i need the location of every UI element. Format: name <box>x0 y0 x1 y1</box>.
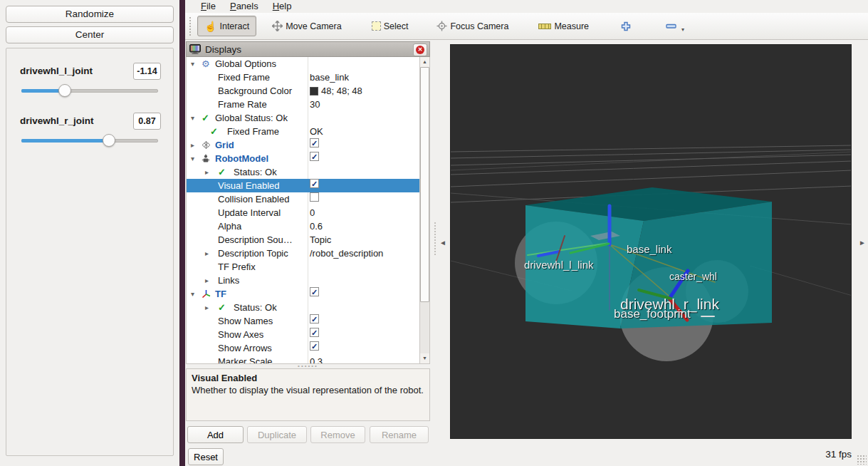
expander-open-icon[interactable]: ▾ <box>191 57 194 71</box>
displays-panel-header[interactable]: Displays ✕ <box>186 41 430 57</box>
tree-item-value[interactable]: Topic <box>310 233 418 247</box>
tree-row[interactable]: Frame Rate30 <box>187 98 419 111</box>
move-camera-tool-button[interactable]: Move Camera <box>265 16 349 36</box>
randomize-button[interactable]: Randomize <box>6 6 174 23</box>
tree-item-value[interactable]: ✓ <box>310 314 418 323</box>
expander-open-icon[interactable]: ▾ <box>191 111 194 125</box>
expander-closed-icon[interactable]: ▸ <box>205 274 209 287</box>
tree-row[interactable]: Show Axes✓ <box>187 328 419 341</box>
color-swatch <box>310 87 318 95</box>
joint-value-field[interactable]: 0.87 <box>133 113 161 130</box>
tree-row[interactable]: ▾⚙Global Options <box>187 57 419 71</box>
expander-closed-icon[interactable]: ▸ <box>191 138 194 152</box>
checkbox-checked[interactable]: ✓ <box>310 314 319 323</box>
tree-row[interactable]: Visual Enabled✓ <box>187 179 419 192</box>
checkbox-checked[interactable]: ✓ <box>310 138 319 147</box>
help-text: Whether to display the visual representa… <box>192 385 424 395</box>
interact-tool-button[interactable]: ☝ Interact <box>197 16 256 36</box>
tree-row[interactable]: TF Prefix <box>187 260 419 274</box>
rename-display-button[interactable]: Rename <box>370 426 429 443</box>
chevron-down-icon[interactable]: ▾ <box>681 26 684 33</box>
remove-tool-button[interactable]: ▾ <box>659 16 691 36</box>
center-button[interactable]: Center <box>6 26 174 43</box>
focus-camera-tool-button[interactable]: Focus Camera <box>429 16 516 36</box>
measure-tool-button[interactable]: Measure <box>531 16 596 36</box>
tree-item-value[interactable]: ✓ <box>310 287 418 296</box>
expander-open-icon[interactable]: ▾ <box>191 152 194 165</box>
slider-handle[interactable] <box>103 134 115 147</box>
tree-item-value[interactable]: OK <box>310 125 418 138</box>
window-resize-grip[interactable] <box>857 455 867 465</box>
checkbox-checked[interactable]: ✓ <box>310 287 319 296</box>
checkbox-checked[interactable]: ✓ <box>310 152 319 161</box>
duplicate-display-button[interactable]: Duplicate <box>247 426 307 443</box>
tree-row[interactable]: ▾✓Global Status: Ok <box>187 111 419 125</box>
tree-item-value[interactable]: 48; 48; 48 <box>310 84 418 98</box>
joint-slider[interactable] <box>21 134 158 147</box>
scroll-down-button[interactable]: ▼ <box>420 353 429 363</box>
expander-closed-icon[interactable]: ▸ <box>205 301 209 314</box>
tree-item-label: Show Axes <box>218 328 263 341</box>
add-display-button[interactable]: Add <box>187 426 244 443</box>
menu-help[interactable]: Help <box>266 0 299 13</box>
joint-value-field[interactable]: -1.14 <box>133 63 161 80</box>
expander-closed-icon[interactable]: ▸ <box>205 247 209 260</box>
checkbox-checked[interactable]: ✓ <box>310 179 319 188</box>
tree-item-value[interactable]: 0 <box>310 206 418 219</box>
tree-item-value[interactable]: base_link <box>310 71 418 84</box>
3d-viewport[interactable]: base_linkdrivewhl_l_linkcaster_whldrivew… <box>450 44 852 439</box>
reset-button[interactable]: Reset <box>188 448 224 465</box>
tree-item-value[interactable]: 0.3 <box>310 355 418 364</box>
collapse-left-arrow-icon[interactable]: ◄ <box>439 238 446 248</box>
close-panel-button[interactable]: ✕ <box>413 43 427 56</box>
tree-row[interactable]: Fixed Framebase_link <box>187 71 419 84</box>
tree-item-value[interactable]: ✓ <box>310 328 418 337</box>
expander-closed-icon[interactable]: ▸ <box>205 165 209 179</box>
tree-item-value[interactable]: ✓ <box>310 179 418 188</box>
panel-splitter-grip[interactable] <box>434 222 437 255</box>
tree-row[interactable]: ▸Grid✓ <box>187 138 419 152</box>
checkbox-unchecked[interactable] <box>310 192 319 202</box>
tree-row[interactable]: Alpha0.6 <box>187 219 419 233</box>
tree-item-value[interactable]: ✓ <box>310 152 418 161</box>
tree-item-value[interactable]: ✓ <box>310 341 418 351</box>
tree-row[interactable]: ▸Description Topic/robot_description <box>187 247 419 260</box>
property-help-box: Visual Enabled Whether to display the vi… <box>186 368 430 421</box>
tree-row[interactable]: Show Names✓ <box>187 314 419 328</box>
checkbox-checked[interactable]: ✓ <box>310 328 319 337</box>
tree-item-value[interactable]: /robot_description <box>310 247 418 260</box>
scroll-up-button[interactable]: ▲ <box>420 57 429 67</box>
tree-row[interactable]: ▸✓Status: Ok <box>187 165 419 179</box>
tree-item-value[interactable]: ✓ <box>310 138 418 147</box>
menu-file[interactable]: File <box>194 0 223 13</box>
scrollbar-track[interactable]: ▲ ▼ <box>419 57 429 363</box>
checkbox-checked[interactable]: ✓ <box>310 341 319 351</box>
tree-row[interactable]: Update Interval0 <box>187 206 419 219</box>
tree-item-value[interactable]: 30 <box>310 98 418 111</box>
collapse-right-arrow-icon[interactable]: ► <box>859 238 866 248</box>
joint-slider[interactable] <box>21 84 158 97</box>
tree-item-label: Marker Scale <box>218 355 273 364</box>
tree-row[interactable]: ✓Fixed FrameOK <box>187 125 419 138</box>
scrollbar-thumb[interactable] <box>420 67 429 302</box>
joint-name-label: drivewhl_l_joint <box>20 66 93 76</box>
tree-item-value[interactable]: 0.6 <box>310 219 418 233</box>
tree-row[interactable]: Background Color48; 48; 48 <box>187 84 419 98</box>
toolbar-drag-handle[interactable] <box>189 17 193 36</box>
tree-row[interactable]: Description Sou…Topic <box>187 233 419 247</box>
select-tool-button[interactable]: Select <box>365 16 416 36</box>
tree-row[interactable]: Collision Enabled <box>187 192 419 206</box>
status-check-icon: ✓ <box>202 111 209 125</box>
remove-display-button[interactable]: Remove <box>310 426 365 443</box>
tree-row[interactable]: Show Arrows✓ <box>187 341 419 355</box>
expander-open-icon[interactable]: ▾ <box>191 287 194 301</box>
slider-handle[interactable] <box>58 84 71 97</box>
tree-row[interactable]: ▾RobotModel✓ <box>187 152 419 165</box>
tree-item-value[interactable] <box>310 192 418 202</box>
add-tool-button[interactable] <box>613 16 639 36</box>
tree-row[interactable]: ▾TF✓ <box>187 287 419 301</box>
menu-panels[interactable]: Panels <box>223 0 266 13</box>
tree-row[interactable]: ▸Links <box>187 274 419 287</box>
tree-row[interactable]: ▸✓Status: Ok <box>187 301 419 314</box>
tree-item-label: Collision Enabled <box>218 192 289 206</box>
